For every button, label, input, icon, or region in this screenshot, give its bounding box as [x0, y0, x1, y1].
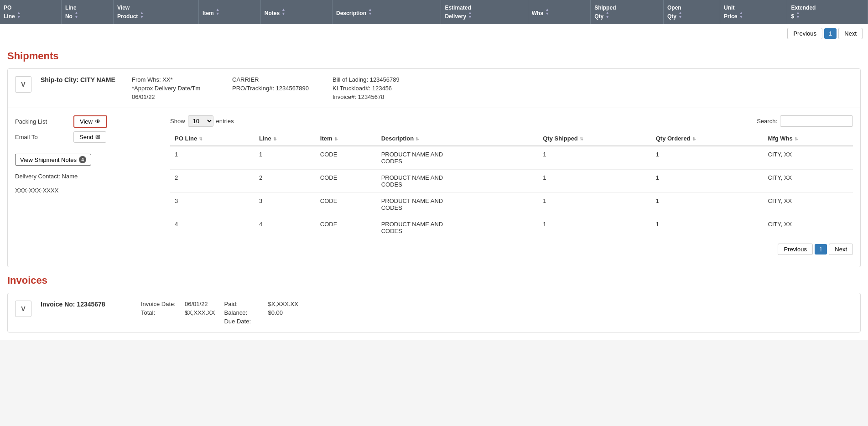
entries-label: entries: [216, 118, 234, 125]
delivery-date: 06/01/22: [132, 94, 223, 100]
cell-line: 3: [255, 193, 316, 216]
inner-col-line[interactable]: Line⇅: [255, 131, 316, 146]
search-input[interactable]: [780, 115, 853, 127]
invoices-title: Invoices: [7, 275, 861, 286]
search-box: Search:: [757, 115, 853, 127]
cell-item: CODE: [316, 146, 377, 170]
invoice-balance-label: Balance:: [224, 309, 260, 316]
invoice-date-row: Invoice Date: 06/01/22: [141, 301, 215, 307]
show-entries-control: Show 10 25 50 100 entries: [170, 115, 234, 127]
header-col-notes[interactable]: Notes▲▼: [260, 0, 332, 24]
header-col-extended_dollar[interactable]: Extended$▲▼: [787, 0, 868, 24]
invoice-no: Invoice#: 12345678: [333, 94, 424, 100]
cell-line: 4: [255, 216, 316, 239]
inner-col-qty_shipped[interactable]: Qty Shipped⇅: [538, 131, 651, 146]
send-icon: ✉: [95, 134, 100, 140]
cell-qty_ordered: 1: [651, 170, 764, 193]
invoice-v-badge[interactable]: V: [15, 301, 31, 317]
view-btn-text: View: [80, 118, 93, 125]
cell-qty_ordered: 1: [651, 193, 764, 216]
invoice-card-header: V Invoice No: 12345678 Invoice Date: 06/…: [8, 293, 860, 332]
shipments-title: Shipments: [7, 50, 861, 62]
table-row: 44CODEPRODUCT NAME AND CODES11CITY, XX: [170, 216, 853, 239]
notes-info-icon: 4: [79, 156, 86, 163]
inner-col-item[interactable]: Item⇅: [316, 131, 377, 146]
delivery-phone: XXX-XXX-XXXX: [15, 187, 161, 194]
pagination-top: Previous 1 Next: [0, 24, 868, 43]
cell-qty_ordered: 1: [651, 146, 764, 170]
next-top-button[interactable]: Next: [838, 28, 863, 39]
send-btn-text: Send: [79, 134, 93, 140]
inner-table: PO Line⇅Line⇅Item⇅Description⇅Qty Shippe…: [170, 131, 853, 239]
header-col-unit_price[interactable]: UnitPrice▲▼: [720, 0, 787, 24]
shipment-bill-col: Bill of Lading: 123456789 KI Truckload#:…: [333, 76, 424, 100]
table-row: 11CODEPRODUCT NAME AND CODES11CITY, XX: [170, 146, 853, 170]
packing-list-label: Packing List: [15, 118, 70, 125]
inner-col-qty_ordered[interactable]: Qty Ordered⇅: [651, 131, 764, 146]
cell-qty_shipped: 1: [538, 193, 651, 216]
invoice-date-value: 06/01/22: [185, 301, 208, 307]
header-col-description[interactable]: Description▲▼: [332, 0, 441, 24]
cell-description: PRODUCT NAME AND CODES: [377, 170, 539, 193]
header-col-open_qty[interactable]: OpenQty▲▼: [664, 0, 720, 24]
invoice-paid-row: Paid: $X,XXX.XX: [224, 301, 298, 307]
inner-col-mfg_whs[interactable]: Mfg Whs⇅: [764, 131, 853, 146]
cell-po_line: 1: [170, 146, 255, 170]
ki-truckload: KI Truckload#: 123456: [333, 85, 424, 92]
header-col-whs[interactable]: Whs▲▼: [528, 0, 590, 24]
header-col-line_no[interactable]: LineNo▲▼: [61, 0, 113, 24]
view-shipment-notes-label: View Shipment Notes: [20, 156, 77, 163]
cell-qty_shipped: 1: [538, 216, 651, 239]
invoice-total-row: Total: $X,XXX.XX: [141, 309, 215, 316]
approx-delivery: *Approx Delivery Date/Tm: [132, 85, 223, 92]
cell-mfg_whs: CITY, XX: [764, 170, 853, 193]
invoice-card: V Invoice No: 12345678 Invoice Date: 06/…: [7, 293, 861, 332]
page-top-active[interactable]: 1: [824, 28, 837, 39]
packing-list-section: Packing List View 👁 Email To Send ✉ Vi: [15, 115, 161, 260]
cell-qty_shipped: 1: [538, 146, 651, 170]
cell-line: 2: [255, 170, 316, 193]
shipment-v-badge[interactable]: V: [15, 76, 31, 93]
table-row: 22CODEPRODUCT NAME AND CODES11CITY, XX: [170, 170, 853, 193]
search-label: Search:: [757, 118, 777, 125]
datatable-controls: Show 10 25 50 100 entries Search:: [170, 115, 853, 127]
prev-bottom-button[interactable]: Previous: [778, 244, 813, 255]
view-packing-button[interactable]: View 👁: [73, 115, 107, 128]
eye-icon: 👁: [95, 118, 101, 125]
header-col-estimated_delivery[interactable]: EstimatedDelivery▲▼: [441, 0, 528, 24]
show-label: Show: [170, 118, 185, 125]
view-shipment-notes-button[interactable]: View Shipment Notes 4: [15, 154, 91, 166]
invoice-due-label: Due Date:: [224, 318, 260, 325]
send-email-button[interactable]: Send ✉: [73, 131, 106, 143]
shipment-card-header: V Ship-to City: CITY NAME From Whs: XX* …: [8, 69, 860, 108]
email-to-row: Email To Send ✉: [15, 131, 161, 143]
next-bottom-button[interactable]: Next: [829, 244, 853, 255]
cell-item: CODE: [316, 193, 377, 216]
email-to-label: Email To: [15, 134, 70, 140]
prev-top-button[interactable]: Previous: [787, 28, 822, 39]
entries-select[interactable]: 10 25 50 100: [188, 115, 213, 127]
ship-to-title: Ship-to City: CITY NAME: [41, 76, 123, 83]
invoice-balance-row: Balance: $0.00: [224, 309, 298, 316]
cell-po_line: 3: [170, 193, 255, 216]
header-col-po_line[interactable]: POLine▲▼: [0, 0, 61, 24]
cell-po_line: 2: [170, 170, 255, 193]
inner-col-po_line[interactable]: PO Line⇅: [170, 131, 255, 146]
shipment-carrier-col: CARRIER PRO/Tracking#: 1234567890: [232, 76, 323, 92]
cell-description: PRODUCT NAME AND CODES: [377, 146, 539, 170]
from-whs: From Whs: XX*: [132, 76, 223, 83]
cell-mfg_whs: CITY, XX: [764, 193, 853, 216]
header-col-item[interactable]: Item▲▼: [199, 0, 261, 24]
cell-mfg_whs: CITY, XX: [764, 216, 853, 239]
header-col-shipped_qty[interactable]: ShippedQty▲▼: [591, 0, 664, 24]
inner-datatable-section: Show 10 25 50 100 entries Search:: [170, 115, 853, 260]
invoice-paid-col: Paid: $X,XXX.XX Balance: $0.00 Due Date:: [224, 301, 298, 325]
invoice-paid-value: $X,XXX.XX: [268, 301, 298, 307]
main-header-table: POLine▲▼LineNo▲▼ViewProduct▲▼Item▲▼Notes…: [0, 0, 868, 24]
bill-of-lading: Bill of Lading: 123456789: [333, 76, 424, 83]
main-content: Shipments V Ship-to City: CITY NAME From…: [0, 43, 868, 340]
header-col-view_product[interactable]: ViewProduct▲▼: [114, 0, 199, 24]
page-bottom-active[interactable]: 1: [815, 244, 827, 255]
inner-col-description[interactable]: Description⇅: [377, 131, 539, 146]
cell-description: PRODUCT NAME AND CODES: [377, 216, 539, 239]
